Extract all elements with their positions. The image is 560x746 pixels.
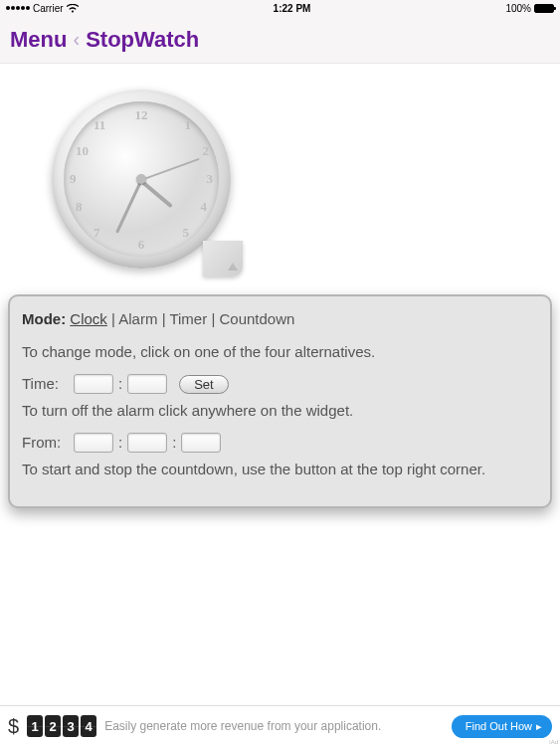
from-row: From: : : [22,432,538,455]
clock-center-icon [136,174,146,184]
mode-option-alarm[interactable]: Alarm [118,310,157,327]
clock-num: 7 [93,225,100,241]
from-seconds-input[interactable] [181,433,221,453]
statusbar-time: 1:22 PM [274,3,311,14]
carrier-label: Carrier [33,3,64,14]
clock-num: 11 [93,117,105,133]
second-hand [141,158,200,181]
dollar-icon: $ [8,715,19,738]
time-minutes-input[interactable] [127,374,167,394]
time-label: Time: [22,373,70,396]
from-hours-input[interactable] [74,433,113,453]
from-minutes-input[interactable] [127,433,167,453]
clock-resize-handle[interactable] [203,241,243,277]
from-label: From: [22,432,70,455]
battery-icon [534,4,554,13]
wifi-icon [67,4,79,13]
time-row: Time: : Set [22,373,538,396]
time-sep: : [117,373,123,396]
clock-num: 5 [183,225,190,241]
mode-label: Mode: [22,310,66,327]
mode-option-timer[interactable]: Timer [169,310,207,327]
ad-cta-button[interactable]: Find Out How ▸ [452,715,552,738]
menu-button[interactable]: Menu [10,27,67,53]
from-sep: : [117,432,123,455]
counter-digit: 4 [81,715,96,737]
minute-hand [115,180,142,234]
page-title: StopWatch [86,27,199,53]
counter-digit: 3 [63,715,79,737]
clock-num: 2 [203,143,210,159]
time-hours-input[interactable] [74,374,113,394]
clock-num: 3 [207,171,214,187]
ad-text: Easily generate more revenue from your a… [104,719,444,733]
chevron-right-icon: ▸ [536,720,542,733]
clock-num: 12 [135,107,148,123]
clock-face: 12 1 2 3 4 5 6 7 8 9 10 11 [64,101,219,257]
clock-num: 6 [138,237,145,253]
ad-banner[interactable]: $ 1 2 3 4 Easily generate more revenue f… [0,705,560,746]
settings-panel: Mode: Clock | Alarm | Timer | Countdown … [8,294,552,508]
counter-digit: 1 [27,715,43,737]
clock-widget[interactable]: 12 1 2 3 4 5 6 7 8 9 10 11 [52,90,241,279]
triangle-up-icon [227,261,239,273]
ad-cta-label: Find Out How [466,720,532,732]
chevron-left-icon: ‹ [73,28,80,51]
mode-hint: To change mode, click on one of the four… [22,341,538,364]
countdown-hint: To start and stop the countdown, use the… [22,459,538,481]
battery-pct: 100% [505,3,531,14]
mode-option-countdown[interactable]: Countdown [219,310,294,327]
clock-num: 8 [76,199,83,215]
counter-digit: 2 [45,715,61,737]
clock-num: 1 [185,117,192,133]
set-button[interactable]: Set [179,375,229,394]
hour-hand [140,179,173,208]
nav-bar: Menu ‹ StopWatch [0,16,560,64]
from-sep2: : [171,432,177,455]
clock-num: 10 [76,143,89,159]
clock-num: 9 [70,171,77,187]
signal-dots-icon [6,6,30,10]
iad-tag: iAd [549,739,558,745]
alarm-hint: To turn off the alarm click anywhere on … [22,400,538,423]
counter-digits: 1 2 3 4 [27,715,96,737]
mode-option-clock[interactable]: Clock [70,310,107,327]
status-bar: Carrier 1:22 PM 100% [0,0,560,16]
clock-num: 4 [201,199,208,215]
mode-line: Mode: Clock | Alarm | Timer | Countdown [22,308,538,331]
